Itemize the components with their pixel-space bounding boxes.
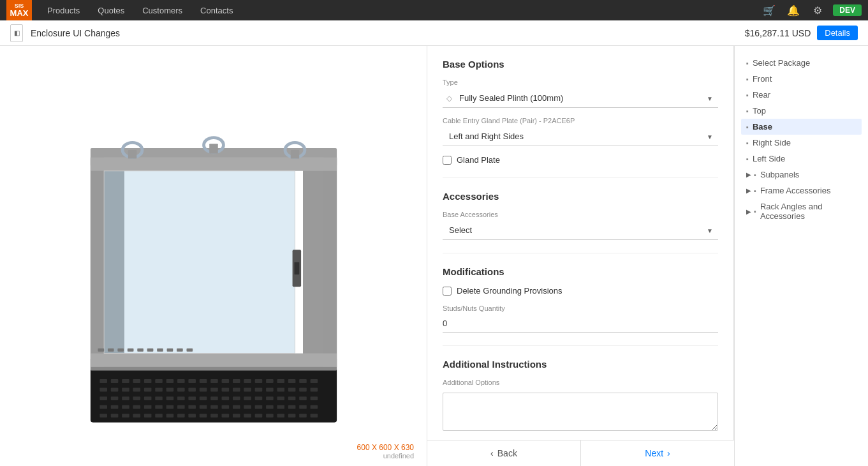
svg-rect-15 xyxy=(254,379,262,383)
breadcrumb-icon: ◧ xyxy=(10,24,23,42)
sidebar-item-rear[interactable]: ▪ Rear xyxy=(741,87,862,103)
svg-rect-18 xyxy=(288,379,295,383)
delete-grounding-label[interactable]: Delete Grounding Provisions xyxy=(457,286,562,296)
svg-rect-55 xyxy=(254,396,262,400)
delete-grounding-checkbox[interactable] xyxy=(443,287,452,296)
expand-icon-7: ▶ xyxy=(746,171,751,178)
sidebar-panel: ▪ Select Package ▪ Front ▪ Rear ▪ Top ▪ … xyxy=(734,46,868,466)
sidebar-item-subpanels[interactable]: ▶ ▪ Subpanels xyxy=(741,167,862,183)
base-accessories-select[interactable]: Select xyxy=(443,221,718,240)
sidebar-item-select-package[interactable]: ▪ Select Package xyxy=(741,55,862,71)
dev-badge[interactable]: DEV xyxy=(833,4,862,16)
top-nav: SIS MAX Products Quotes Customers Contac… xyxy=(0,0,868,20)
gland-plate-checkbox[interactable] xyxy=(443,156,452,165)
sidebar-item-left-side[interactable]: ▪ Left Side xyxy=(741,151,862,167)
next-button[interactable]: Next › xyxy=(581,440,734,466)
enclosure-svg xyxy=(35,77,392,435)
modifications-title: Modifications xyxy=(443,266,718,277)
svg-rect-66 xyxy=(155,405,163,409)
svg-rect-92 xyxy=(221,414,229,417)
sidebar-item-front[interactable]: ▪ Front xyxy=(741,71,862,87)
file-icon-1: ▪ xyxy=(746,75,749,83)
options-panel: Base Options Type ◇ Fully Sealed Plinth … xyxy=(427,46,734,440)
cart-icon[interactable]: 🛒 xyxy=(760,1,778,19)
additional-options-textarea[interactable] xyxy=(443,393,718,431)
svg-rect-34 xyxy=(244,388,251,392)
nav-quotes[interactable]: Quotes xyxy=(89,0,133,20)
svg-rect-58 xyxy=(288,396,295,400)
product-dimensions[interactable]: 600 X 600 X 630 xyxy=(357,443,414,452)
type-select-wrapper: ◇ Fully Sealed Plinth (100mm) Open Plint… xyxy=(443,89,718,108)
svg-rect-6 xyxy=(155,379,163,383)
sidebar-label-8: Frame Accessories xyxy=(760,186,831,195)
svg-rect-119 xyxy=(107,349,114,352)
svg-rect-29 xyxy=(188,388,196,392)
svg-rect-30 xyxy=(199,388,207,392)
product-undefined: undefined xyxy=(357,452,414,460)
enclosure-3d-view xyxy=(35,77,392,435)
svg-rect-65 xyxy=(143,405,151,409)
logo[interactable]: SIS MAX xyxy=(6,0,32,20)
nav-customers[interactable]: Customers xyxy=(133,0,191,20)
svg-rect-85 xyxy=(143,414,151,417)
svg-rect-13 xyxy=(232,379,240,383)
sidebar-item-top[interactable]: ▪ Top xyxy=(741,103,862,119)
expand-icon-8: ▶ xyxy=(746,187,751,194)
nav-contacts[interactable]: Contacts xyxy=(191,0,242,20)
svg-rect-80 xyxy=(310,405,318,409)
svg-rect-43 xyxy=(122,396,129,400)
svg-rect-105 xyxy=(90,158,103,367)
svg-rect-21 xyxy=(99,388,107,392)
divider-3 xyxy=(443,345,718,346)
svg-rect-5 xyxy=(143,379,151,383)
svg-rect-99 xyxy=(299,414,307,417)
nav-links: Products Quotes Customers Contacts xyxy=(38,0,760,20)
sidebar-item-frame-accessories[interactable]: ▶ ▪ Frame Accessories xyxy=(741,183,862,199)
gear-icon[interactable]: ⚙ xyxy=(809,1,827,19)
studs-nuts-input[interactable] xyxy=(443,315,718,333)
sidebar-item-base[interactable]: ▪ Base xyxy=(741,119,862,135)
svg-rect-71 xyxy=(210,405,218,409)
svg-rect-49 xyxy=(188,396,196,400)
svg-rect-89 xyxy=(188,414,196,417)
svg-rect-27 xyxy=(166,388,173,392)
sidebar-item-rack-angles[interactable]: ▶ ▪ Rack Angles and Accessories xyxy=(741,199,862,224)
svg-rect-106 xyxy=(323,158,336,367)
file-icon-6: ▪ xyxy=(746,155,749,163)
file-icon-2: ▪ xyxy=(746,91,749,99)
sidebar-label-9: Rack Angles and Accessories xyxy=(760,202,857,221)
sidebar-label-2: Rear xyxy=(753,90,770,100)
svg-rect-107 xyxy=(90,158,336,171)
type-select[interactable]: Fully Sealed Plinth (100mm) Open Plinth … xyxy=(443,89,718,108)
back-button[interactable]: ‹ Back xyxy=(427,440,581,466)
next-label: Next xyxy=(645,448,663,458)
svg-rect-4 xyxy=(133,379,140,383)
cable-entry-select[interactable]: Left and Right Sides Front and Rear Side… xyxy=(443,127,718,146)
svg-rect-31 xyxy=(210,388,218,392)
svg-rect-97 xyxy=(277,414,284,417)
details-button[interactable]: Details xyxy=(817,26,858,40)
accessories-title: Accessories xyxy=(443,191,718,202)
svg-rect-111 xyxy=(294,262,299,274)
svg-rect-11 xyxy=(210,379,218,383)
bell-icon[interactable]: 🔔 xyxy=(784,1,802,19)
nav-products[interactable]: Products xyxy=(38,0,89,20)
svg-rect-121 xyxy=(127,349,133,352)
base-options-title: Base Options xyxy=(443,59,718,70)
svg-rect-98 xyxy=(288,414,295,417)
gland-plate-label[interactable]: Gland Plate xyxy=(457,155,500,165)
svg-rect-124 xyxy=(157,349,163,352)
svg-rect-72 xyxy=(221,405,229,409)
svg-rect-118 xyxy=(98,349,104,352)
svg-rect-48 xyxy=(177,396,185,400)
svg-rect-70 xyxy=(199,405,207,409)
sidebar-label-5: Right Side xyxy=(753,138,791,147)
svg-rect-17 xyxy=(277,379,284,383)
svg-rect-23 xyxy=(122,388,129,392)
svg-rect-87 xyxy=(166,414,173,417)
page-title: Enclosure UI Changes xyxy=(31,28,745,38)
svg-rect-60 xyxy=(310,396,318,400)
price-display: $16,287.11 USD xyxy=(745,28,811,38)
sidebar-item-right-side[interactable]: ▪ Right Side xyxy=(741,135,862,151)
svg-rect-39 xyxy=(299,388,307,392)
